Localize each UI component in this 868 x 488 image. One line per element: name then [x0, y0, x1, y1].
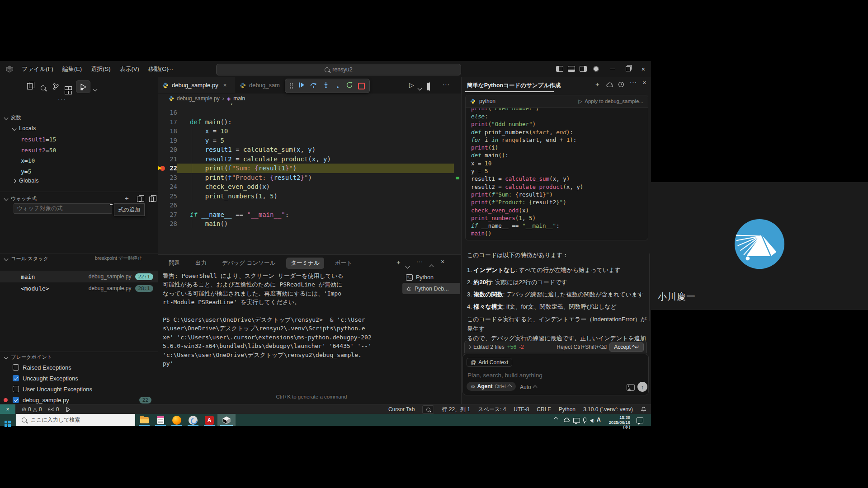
- copy-watch-icon[interactable]: [137, 196, 142, 204]
- tray-ime-indicator[interactable]: A: [597, 417, 601, 423]
- tray-display-icon[interactable]: [573, 418, 580, 423]
- views-chevron-icon[interactable]: [94, 84, 97, 93]
- taskbar-gray-app[interactable]: [185, 414, 201, 426]
- panel-more-icon[interactable]: ···: [416, 258, 423, 265]
- variable-row[interactable]: result1 = 15: [21, 134, 56, 145]
- panel-tab[interactable]: デバッグ コンソール: [217, 258, 280, 269]
- tray-clock[interactable]: 15:392025/06/18 (水): [604, 415, 630, 430]
- tray-notification-icon[interactable]: [637, 418, 643, 423]
- locals-group[interactable]: Locals: [13, 125, 36, 131]
- bell-icon[interactable]: [641, 406, 646, 413]
- variable-row[interactable]: x = 10: [21, 155, 56, 166]
- tab-debug-sample[interactable]: debug_sample.py ×: [158, 77, 235, 93]
- breakpoint-row[interactable]: Uncaught Exceptions: [0, 373, 158, 384]
- breakpoint-row[interactable]: User Uncaught Exceptions: [0, 384, 158, 394]
- taskbar-firefox[interactable]: [169, 414, 185, 426]
- eol-indicator[interactable]: CRLF: [537, 406, 551, 413]
- feed-indicator[interactable]: 0: [48, 406, 59, 413]
- remote-indicator[interactable]: ×: [0, 404, 15, 414]
- cloud-icon[interactable]: [606, 81, 613, 89]
- checkbox[interactable]: [13, 375, 19, 381]
- history-icon[interactable]: [618, 81, 624, 89]
- stack-frame[interactable]: <module>debug_sample.py28:1: [0, 282, 158, 294]
- start-button[interactable]: [5, 417, 11, 427]
- terminal-dropdown-icon[interactable]: [406, 262, 409, 270]
- panel-tab[interactable]: 問題: [164, 258, 184, 269]
- menu-more[interactable]: ···: [163, 61, 178, 77]
- taskbar-cursor-active[interactable]: [217, 414, 236, 426]
- tray-speaker-icon[interactable]: ): [590, 418, 594, 422]
- callstack-header[interactable]: コール スタック: [5, 255, 48, 262]
- extensions-icon[interactable]: [65, 84, 71, 94]
- debug-continue-icon[interactable]: [298, 81, 305, 90]
- debug-stop-icon[interactable]: [358, 83, 365, 89]
- taskbar-acrobat[interactable]: A: [201, 414, 217, 426]
- variable-row[interactable]: y = 5: [21, 166, 56, 177]
- chat-close-icon[interactable]: ×: [642, 79, 646, 86]
- variables-header[interactable]: 変数: [5, 114, 21, 121]
- debug-step-out-icon[interactable]: [334, 81, 341, 90]
- run-dropdown-icon[interactable]: [418, 84, 421, 92]
- tab-close-icon[interactable]: ×: [223, 82, 227, 89]
- chat-more-icon[interactable]: ···: [630, 79, 637, 85]
- checkbox[interactable]: [13, 386, 19, 392]
- minimize-button[interactable]: [605, 61, 620, 77]
- globals-group[interactable]: Globals: [13, 178, 39, 184]
- watch-input[interactable]: ウォッチ対象の式: [14, 203, 112, 214]
- panel-maximize-icon[interactable]: [430, 262, 433, 270]
- add-context-chip[interactable]: @ Add Context: [467, 358, 512, 367]
- debug-step-into-icon[interactable]: [322, 81, 330, 90]
- chat-input-box[interactable]: @ Add Context Plan, search, build anythi…: [462, 354, 649, 395]
- indent-indicator[interactable]: スペース: 4: [478, 406, 506, 413]
- language-indicator[interactable]: Python: [559, 406, 576, 413]
- source-control-icon[interactable]: [52, 82, 60, 93]
- interpreter-indicator[interactable]: 3.10.0 ('.venv': venv): [583, 406, 633, 413]
- expand-icon[interactable]: [467, 345, 472, 349]
- customize-layout-button[interactable]: [588, 61, 604, 77]
- split-editor-icon[interactable]: [429, 83, 430, 91]
- encoding-indicator[interactable]: UTF-8: [514, 406, 529, 413]
- send-button[interactable]: ↑: [637, 382, 647, 392]
- explorer-icon[interactable]: [27, 83, 33, 91]
- menu-item[interactable]: 選択(S): [86, 61, 115, 77]
- reject-button[interactable]: Reject Ctrl+Shift+⌫: [557, 344, 607, 350]
- chat-code-lines[interactable]: print("Even number")else:print("Odd numb…: [466, 108, 648, 239]
- debug-status-icon[interactable]: [65, 407, 71, 413]
- accept-button[interactable]: Accept ^↵: [609, 343, 644, 352]
- breadcrumb[interactable]: debug_sample.py › ◈ main: [158, 94, 461, 103]
- chat-tab-title[interactable]: 簡単なPythonコードのサンプル作成: [467, 82, 561, 89]
- checkbox[interactable]: [13, 397, 19, 403]
- menu-item[interactable]: 表示(V): [115, 61, 144, 77]
- restore-button[interactable]: [620, 61, 636, 77]
- toolbar-grip-icon[interactable]: [290, 83, 293, 89]
- panel-tab[interactable]: ポート: [330, 258, 357, 269]
- variable-row[interactable]: result2 = 50: [21, 145, 56, 156]
- taskbar-explorer[interactable]: [136, 414, 152, 426]
- panel-tab[interactable]: 出力: [191, 258, 211, 269]
- tray-onedrive-icon[interactable]: [564, 418, 570, 422]
- tab-debug-sample-2[interactable]: debug_sam: [235, 77, 288, 93]
- panel-close-icon[interactable]: ×: [441, 258, 444, 265]
- add-watch-icon[interactable]: +: [125, 194, 129, 202]
- line-col-indicator[interactable]: 行 22、列 1: [442, 406, 470, 413]
- checkbox[interactable]: [13, 364, 19, 371]
- taskbar-notes-app[interactable]: [152, 414, 169, 426]
- debug-restart-icon[interactable]: [346, 81, 353, 90]
- breakpoints-header[interactable]: ブレークポイント: [5, 354, 52, 361]
- chat-new-icon[interactable]: +: [595, 80, 599, 88]
- code-editor[interactable]: ")" 1617def main():18 x = 1019 y = 520 r…: [158, 103, 461, 254]
- terminal-output[interactable]: 警告: PowerShell により、スクリーン リーダーを使用している可能性が…: [163, 272, 402, 368]
- run-debug-view-icon[interactable]: [76, 80, 90, 93]
- agent-mode-selector[interactable]: ∞ Agent Ctrl+I: [467, 382, 516, 391]
- terminal-item-python-debug[interactable]: Python Deb...: [402, 283, 460, 294]
- errors-indicator[interactable]: ⊘0 △0: [22, 406, 42, 413]
- close-button[interactable]: ×: [636, 61, 651, 77]
- menu-item[interactable]: ファイル(F): [17, 61, 58, 77]
- model-selector[interactable]: Auto: [520, 384, 537, 390]
- watch-header[interactable]: ウォッチ式: [5, 195, 37, 202]
- breakpoint-row[interactable]: Raised Exceptions: [0, 362, 158, 373]
- apply-button[interactable]: ▷ Apply to debug_sample...: [578, 98, 643, 104]
- run-python-file-icon[interactable]: ▷: [409, 81, 414, 89]
- search-view-icon[interactable]: [41, 84, 46, 92]
- cursor-tab-toggle[interactable]: Cursor Tab: [388, 406, 415, 413]
